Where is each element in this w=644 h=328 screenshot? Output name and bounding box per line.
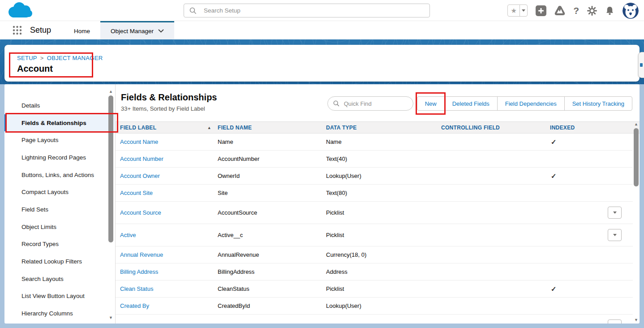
app-name-label: Setup	[30, 26, 51, 35]
new-button[interactable]: New	[417, 97, 444, 110]
deleted-fields-button[interactable]: Deleted Fields	[444, 97, 497, 110]
field-name-cell: AnnualRevenue	[218, 251, 326, 258]
sidebar-item-record-types[interactable]: Record Types	[4, 236, 115, 253]
sidebar-scrollbar-thumb[interactable]	[108, 95, 113, 242]
sidebar-item-object-limits[interactable]: Object Limits	[4, 218, 115, 236]
sidebar-list: DetailsFields & RelationshipsPage Layout…	[4, 97, 115, 322]
favorites-star-icon[interactable]: ★	[508, 5, 519, 16]
field-name-cell: BillingAddress	[218, 268, 326, 275]
data-type-cell: Lookup(User)	[326, 302, 441, 309]
app-launcher-icon[interactable]	[13, 26, 22, 35]
quick-find-input[interactable]	[343, 100, 408, 108]
field-label-link[interactable]: Clean Status	[120, 285, 218, 292]
panel-toolbar: NewDeleted FieldsField DependenciesSet H…	[327, 92, 632, 121]
field-dependencies-button[interactable]: Field Dependencies	[497, 97, 564, 110]
sidebar-scrollbar[interactable]: ▲ ▼	[108, 90, 114, 320]
help-icon[interactable]: ?	[573, 6, 579, 15]
setup-gear-icon[interactable]	[587, 6, 597, 16]
table-row: ActiveActive__cPicklist	[116, 224, 633, 246]
data-type-cell: Picklist	[326, 285, 441, 292]
field-label-link[interactable]: Created By	[120, 302, 218, 309]
scroll-up-icon[interactable]: ▲	[634, 122, 638, 126]
sidebar-item-label: Fields & Relationships	[21, 120, 86, 126]
sidebar-item-lightning-record-pages[interactable]: Lightning Record Pages	[4, 149, 115, 166]
row-menu-button[interactable]	[608, 319, 622, 324]
sidebar-item-hierarchy-columns[interactable]: Hierarchy Columns	[4, 305, 115, 322]
sidebar-item-fields-relationships[interactable]: Fields & Relationships	[4, 114, 115, 132]
sidebar-item-field-sets[interactable]: Field Sets	[4, 201, 115, 218]
sidebar-item-buttons-links-and-actions[interactable]: Buttons, Links, and Actions	[4, 166, 115, 184]
global-header: ★ ?	[0, 0, 644, 21]
sidebar-item-list-view-button-layout[interactable]: List View Button Layout	[4, 288, 115, 305]
content-area: DetailsFields & RelationshipsPage Layout…	[4, 84, 640, 324]
field-label-link[interactable]: Active	[120, 232, 218, 238]
sidebar-item-label: Buttons, Links, and Actions	[21, 172, 94, 178]
field-label-link[interactable]: Account Site	[120, 190, 218, 196]
table-row: Account NumberAccountNumberText(40)	[116, 151, 633, 168]
field-label-link[interactable]: Account Source	[120, 209, 218, 216]
data-type-cell: Name	[326, 138, 441, 145]
breadcrumb-link[interactable]: OBJECT MANAGER	[47, 55, 103, 61]
salesforce-logo-icon	[6, 1, 35, 20]
data-type-cell: Currency(18, 0)	[326, 251, 441, 258]
row-actions-cell	[608, 207, 633, 219]
scroll-up-icon[interactable]: ▲	[109, 90, 113, 94]
search-icon	[333, 100, 339, 107]
column-header-indexed[interactable]: INDEXED	[550, 125, 608, 131]
sidebar-item-details[interactable]: Details	[4, 97, 115, 114]
add-icon[interactable]	[536, 5, 546, 16]
fields-panel: Fields & Relationships 33+ Items, Sorted…	[116, 84, 640, 324]
column-header-data-type[interactable]: DATA TYPE	[326, 125, 441, 131]
table-row: Account SiteSiteText(80)	[116, 185, 633, 202]
sidebar-item-label: Related Lookup Filters	[21, 258, 82, 265]
field-label-link[interactable]: Annual Revenue	[120, 251, 218, 258]
data-type-cell: Picklist	[326, 209, 441, 216]
panel-header: Fields & Relationships 33+ Items, Sorted…	[116, 84, 640, 121]
quick-find[interactable]	[327, 96, 413, 111]
favorites-dropdown-icon[interactable]	[519, 5, 527, 16]
global-search[interactable]	[184, 4, 430, 17]
row-menu-button[interactable]	[608, 229, 622, 241]
table-row: Annual RevenueAnnualRevenueCurrency(18, …	[116, 246, 633, 263]
sidebar-item-label: Page Layouts	[21, 137, 59, 143]
table-scrollbar[interactable]: ▲ ▼	[633, 122, 640, 322]
sidebar-item-compact-layouts[interactable]: Compact Layouts	[4, 183, 115, 201]
data-type-cell: Address	[326, 268, 441, 275]
header-icon-bar: ★ ?	[507, 0, 639, 21]
sidebar-item-search-layouts[interactable]: Search Layouts	[4, 270, 115, 288]
nav-tabs: HomeObject Manager	[64, 21, 174, 39]
column-header-controlling-field[interactable]: CONTROLLING FIELD	[441, 125, 550, 131]
field-name-cell: CreatedById	[218, 302, 326, 309]
set-history-tracking-button[interactable]: Set History Tracking	[564, 97, 632, 110]
trailhead-icon[interactable]	[554, 5, 565, 16]
side-panel-handle[interactable]	[638, 52, 644, 78]
notifications-bell-icon[interactable]	[605, 6, 614, 16]
field-name-cell: Site	[218, 190, 326, 196]
field-name-cell: Active__c	[218, 232, 326, 238]
user-avatar[interactable]	[623, 3, 639, 19]
tab-label: Home	[74, 28, 90, 35]
table-scrollbar-thumb[interactable]	[634, 128, 639, 186]
column-header-field-name[interactable]: FIELD NAME	[218, 125, 326, 131]
table-row: Created ByCreatedByIdLookup(User)	[116, 298, 633, 315]
tab-object-manager[interactable]: Object Manager	[100, 21, 174, 39]
row-actions-cell	[608, 229, 633, 241]
row-menu-button[interactable]	[608, 207, 622, 219]
column-header-field-label[interactable]: FIELD LABEL▲	[120, 125, 218, 131]
data-type-cell: Text(40)	[326, 155, 441, 162]
field-name-cell: CleanStatus	[218, 285, 326, 292]
breadcrumb-link[interactable]: SETUP	[17, 55, 37, 61]
field-label-link[interactable]: Billing Address	[120, 268, 218, 275]
indexed-checkmark-icon: ✓	[550, 172, 608, 180]
scroll-down-icon[interactable]: ▼	[109, 316, 113, 320]
data-type-cell: Text(80)	[326, 190, 441, 196]
tab-home[interactable]: Home	[64, 21, 100, 39]
sidebar-item-page-layouts[interactable]: Page Layouts	[4, 131, 115, 149]
field-label-link[interactable]: Account Name	[120, 138, 218, 145]
field-label-link[interactable]: Customer Priority	[120, 322, 218, 324]
field-label-link[interactable]: Account Number	[120, 155, 218, 162]
scroll-down-icon[interactable]: ▼	[634, 318, 638, 322]
field-label-link[interactable]: Account Owner	[120, 173, 218, 179]
global-search-input[interactable]	[203, 7, 424, 14]
sidebar-item-related-lookup-filters[interactable]: Related Lookup Filters	[4, 253, 115, 270]
